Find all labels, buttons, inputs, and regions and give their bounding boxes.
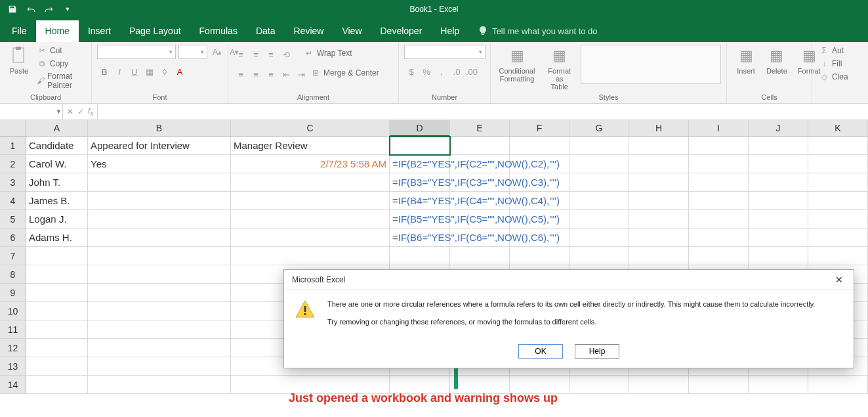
cell-B10[interactable]	[88, 302, 231, 320]
cell-J2[interactable]	[749, 155, 808, 173]
column-header-D[interactable]: D	[390, 120, 450, 137]
cell-C2[interactable]: 2/7/23 5:58 AM	[231, 155, 390, 173]
fill-button[interactable]: ↓Fill	[817, 58, 850, 70]
cell-K6[interactable]	[808, 229, 868, 247]
cell-H1[interactable]	[629, 137, 689, 155]
qat-dropdown-icon[interactable]: ▼	[60, 2, 75, 16]
cell-F1[interactable]	[510, 137, 569, 155]
font-name-select[interactable]: ▾	[97, 45, 176, 59]
row-header-5[interactable]: 5	[0, 210, 26, 229]
cell-B11[interactable]	[88, 320, 231, 339]
cell-J5[interactable]	[749, 210, 808, 229]
close-icon[interactable]: ✕	[831, 273, 847, 286]
cell-A9[interactable]	[26, 284, 88, 302]
row-header-14[interactable]: 14	[0, 376, 26, 394]
copy-button[interactable]: ⧉Copy	[35, 58, 86, 70]
formula-bar-input[interactable]	[98, 104, 868, 120]
italic-button[interactable]: I	[112, 64, 127, 79]
column-header-G[interactable]: G	[569, 120, 629, 137]
decrease-decimal-icon[interactable]: .00	[465, 64, 479, 79]
cell-D1[interactable]	[390, 137, 450, 155]
tab-page-layout[interactable]: Page Layout	[120, 20, 190, 42]
tab-formulas[interactable]: Formulas	[190, 20, 247, 42]
cell-A10[interactable]	[26, 302, 88, 320]
row-header-1[interactable]: 1	[0, 137, 26, 155]
help-button[interactable]: Help	[575, 344, 619, 359]
ok-button[interactable]: OK	[518, 344, 563, 359]
cell-D4[interactable]: =IF(B4="YES",IF(C4="",NOW(),C4),"")	[390, 192, 450, 210]
cell-G5[interactable]	[569, 210, 629, 229]
underline-button[interactable]: U	[127, 64, 142, 79]
tab-home[interactable]: Home	[36, 20, 79, 42]
cell-D3[interactable]: =IF(B3="YES",IF(C3="",NOW(),C3),"")	[390, 173, 450, 192]
cell-H2[interactable]	[629, 155, 689, 173]
cell-B14[interactable]	[88, 376, 231, 394]
cell-K2[interactable]	[808, 155, 868, 173]
fx-icon[interactable]: fx	[88, 106, 93, 117]
cell-A5[interactable]: Logan J.	[26, 210, 88, 229]
column-header-B[interactable]: B	[88, 120, 231, 137]
percent-icon[interactable]: %	[419, 64, 434, 79]
cell-I14[interactable]	[689, 376, 749, 394]
cell-A1[interactable]: Candidate	[26, 137, 88, 155]
row-header-4[interactable]: 4	[0, 192, 26, 210]
cell-J4[interactable]	[749, 192, 808, 210]
cell-E7[interactable]	[450, 247, 510, 265]
cell-E1[interactable]	[450, 137, 510, 155]
cell-A12[interactable]	[26, 339, 88, 357]
fill-color-button[interactable]: ◊	[157, 64, 172, 79]
cell-B12[interactable]	[88, 339, 231, 357]
cell-G7[interactable]	[569, 247, 629, 265]
cell-B4[interactable]	[88, 192, 231, 210]
cell-A2[interactable]: Carol W.	[26, 155, 88, 173]
cell-K7[interactable]	[808, 247, 868, 265]
cell-J3[interactable]	[749, 173, 808, 192]
cell-B9[interactable]	[88, 284, 231, 302]
cell-B3[interactable]	[88, 173, 231, 192]
cell-A14[interactable]	[26, 376, 88, 394]
increase-indent-icon[interactable]: ⇥	[294, 67, 308, 81]
tab-data[interactable]: Data	[247, 20, 285, 42]
column-header-F[interactable]: F	[510, 120, 569, 137]
cell-B2[interactable]: Yes	[88, 155, 231, 173]
cell-B6[interactable]	[88, 229, 231, 247]
autosum-button[interactable]: ΣAut	[817, 45, 850, 56]
tab-view[interactable]: View	[333, 20, 371, 42]
row-header-13[interactable]: 13	[0, 357, 26, 376]
cell-C3[interactable]	[231, 173, 390, 192]
cell-H14[interactable]	[629, 376, 689, 394]
cell-K14[interactable]	[808, 376, 868, 394]
tell-me[interactable]: Tell me what you want to do	[478, 26, 597, 42]
tab-review[interactable]: Review	[285, 20, 333, 42]
cell-C6[interactable]	[231, 229, 390, 247]
cell-D6[interactable]: =IF(B6="YES",IF(C6="",NOW(),C6),"")	[390, 229, 450, 247]
cell-C4[interactable]	[231, 192, 390, 210]
redo-icon[interactable]	[42, 2, 56, 16]
column-header-H[interactable]: H	[629, 120, 689, 137]
cell-styles-gallery[interactable]	[581, 45, 721, 84]
cell-H4[interactable]	[629, 192, 689, 210]
cell-A7[interactable]	[26, 247, 88, 265]
paste-button[interactable]: Paste	[5, 45, 33, 76]
cell-I3[interactable]	[689, 173, 749, 192]
tab-file[interactable]: File	[3, 20, 36, 42]
row-header-10[interactable]: 10	[0, 302, 26, 320]
format-painter-button[interactable]: 🖌Format Painter	[35, 71, 86, 91]
tab-insert[interactable]: Insert	[79, 20, 120, 42]
cell-A13[interactable]	[26, 357, 88, 376]
cell-C5[interactable]	[231, 210, 390, 229]
row-header-7[interactable]: 7	[0, 247, 26, 265]
bold-button[interactable]: B	[97, 64, 112, 79]
align-top-icon[interactable]: ≡	[234, 47, 248, 62]
cut-button[interactable]: ✂Cut	[35, 45, 86, 56]
cell-G1[interactable]	[569, 137, 629, 155]
cell-G2[interactable]	[569, 155, 629, 173]
name-box[interactable]: ▼	[0, 104, 63, 120]
cell-J6[interactable]	[749, 229, 808, 247]
cell-I5[interactable]	[689, 210, 749, 229]
cell-H6[interactable]	[629, 229, 689, 247]
comma-icon[interactable]: ,	[434, 64, 449, 79]
cell-J1[interactable]	[749, 137, 808, 155]
tab-developer[interactable]: Developer	[371, 20, 432, 42]
row-header-11[interactable]: 11	[0, 320, 26, 339]
